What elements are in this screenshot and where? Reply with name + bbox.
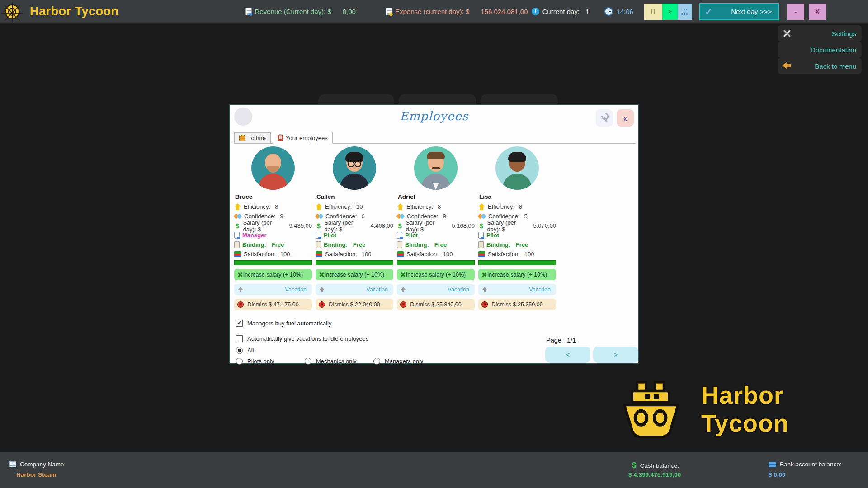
satisfaction-bar <box>234 260 312 265</box>
bank-balance-block: Bank account balance: <box>769 461 842 468</box>
filter-all-option[interactable]: All <box>236 347 254 354</box>
satisfaction-bar <box>478 260 556 265</box>
vacation-button[interactable]: Vacation <box>316 284 393 295</box>
efficiency-icon <box>316 203 322 210</box>
cash-balance-value: $ 4.399.475.919,00 <box>628 471 681 478</box>
dismiss-button[interactable]: Dismiss $ 25.840,00 <box>397 299 475 310</box>
employees-dialog: Employees x To hire Your employees <box>229 104 639 364</box>
dismiss-button[interactable]: Dismiss $ 25.350,00 <box>478 299 556 310</box>
role-value: Pilot <box>405 232 418 239</box>
role-icon <box>397 232 402 239</box>
dismiss-cost: 47.175,00 <box>274 301 299 308</box>
prev-page-button[interactable]: < <box>545 347 590 363</box>
salary-icon: $ <box>397 222 403 230</box>
raise-icon <box>319 272 324 277</box>
confidence-icon <box>397 213 404 220</box>
minimize-button[interactable]: - <box>787 4 804 20</box>
expense-doc-icon <box>386 8 392 15</box>
tools-icon <box>782 29 791 38</box>
salary-icon: $ <box>234 222 240 230</box>
next-day-button[interactable]: ✓ Next day >>> <box>699 3 779 20</box>
filter-mechanics-option[interactable]: Mechanics only <box>305 358 357 365</box>
satisfaction-bar <box>397 260 475 265</box>
brand-logo: Harbor Tycoon <box>619 375 868 443</box>
binding-icon <box>316 241 321 248</box>
company-name-value: Harbor Steam <box>16 471 57 478</box>
radio-unselected[interactable] <box>373 358 380 365</box>
filter-managers-option[interactable]: Managers only <box>373 358 423 365</box>
vacation-arrow-icon <box>320 287 324 292</box>
employee-cards: Bruce Efficiency:8 Confidence:9 $Salary … <box>234 146 556 310</box>
info-icon[interactable]: i <box>532 8 539 15</box>
play-button[interactable]: > <box>662 4 678 20</box>
tab-your-employees[interactable]: Your employees <box>273 132 333 144</box>
confidence-icon <box>316 213 323 220</box>
raise-icon <box>400 272 406 277</box>
next-page-button[interactable]: > <box>593 347 638 363</box>
dialog-settings-button[interactable] <box>596 109 613 127</box>
dialog-close-button[interactable]: x <box>617 109 634 127</box>
radio-selected[interactable] <box>236 347 243 354</box>
checkbox-checked[interactable] <box>236 320 243 327</box>
increase-salary-button[interactable]: Increase salary (+ 10%) <box>397 269 475 280</box>
vacation-button[interactable]: Vacation <box>478 284 556 295</box>
efficiency-icon <box>478 203 485 210</box>
tab-to-hire-label: To hire <box>248 135 266 141</box>
cash-icon: $ <box>632 461 636 470</box>
increase-salary-button[interactable]: Increase salary (+ 10%) <box>234 269 312 280</box>
expense-indicator: Expense (current day): $ 156.024.081,00 <box>386 8 528 15</box>
vacation-arrow-icon <box>238 287 243 292</box>
salary-value: 4.408,00 <box>370 222 393 229</box>
employee-name: Callen <box>316 193 393 200</box>
tab-to-hire[interactable]: To hire <box>234 132 271 143</box>
increase-salary-button[interactable]: Increase salary (+ 10%) <box>478 269 556 280</box>
vacation-arrow-icon <box>401 287 406 292</box>
window-close-button[interactable]: X <box>809 4 826 20</box>
filter-pilots-option[interactable]: Pilots only <box>236 358 274 365</box>
briefcase-icon <box>239 136 245 141</box>
dismiss-button[interactable]: Dismiss $ 22.040,00 <box>316 299 393 310</box>
dismiss-icon <box>481 301 488 308</box>
vacation-button[interactable]: Vacation <box>234 284 312 295</box>
radio-unselected[interactable] <box>236 358 243 365</box>
fast-forward-button[interactable]: >> >>> <box>678 4 692 20</box>
pause-button[interactable]: II <box>644 4 662 20</box>
satisfaction-icon <box>478 251 485 257</box>
employee-name: Lisa <box>479 193 556 200</box>
filter-all-label: All <box>247 347 254 354</box>
dismiss-icon <box>237 301 244 308</box>
page-indicator: Page1/1 <box>546 337 576 344</box>
checkbox-unchecked[interactable] <box>236 335 243 342</box>
top-bar: Harbor Tycoon Revenue (Current day): $ 0… <box>0 0 868 23</box>
satisfaction-value: 100 <box>443 251 453 258</box>
raise-icon <box>481 272 487 277</box>
satisfaction-bar <box>316 260 393 265</box>
increase-salary-button[interactable]: Increase salary (+ 10%) <box>316 269 393 280</box>
efficiency-value: 10 <box>356 203 363 210</box>
cash-balance-block: $ Cash balance: <box>632 461 679 470</box>
settings-button[interactable]: Settings <box>778 25 862 42</box>
efficiency-value: 8 <box>438 203 441 210</box>
efficiency-value: 8 <box>519 203 522 210</box>
role-value: Pilot <box>486 232 499 239</box>
efficiency-icon <box>397 203 404 210</box>
current-day-value: 1 <box>585 8 589 15</box>
managers-buy-fuel-option[interactable]: Managers buy fuel automatically <box>236 320 331 327</box>
documentation-button[interactable]: Documentation <box>778 42 862 58</box>
clock-icon <box>604 7 613 16</box>
employee-name: Adriel <box>398 193 475 200</box>
settings-label: Settings <box>832 30 856 38</box>
role-value: Manager <box>242 232 266 239</box>
dismiss-button[interactable]: Dismiss $ 47.175,00 <box>234 299 312 310</box>
back-to-menu-button[interactable]: Back to menu <box>778 58 862 74</box>
binding-value: Free <box>353 241 365 248</box>
revenue-value: 0,00 <box>343 8 356 15</box>
radio-unselected[interactable] <box>305 358 311 365</box>
vacation-button[interactable]: Vacation <box>397 284 475 295</box>
binding-value: Free <box>272 241 284 248</box>
auto-vacations-option[interactable]: Automatically give vacations to idle emp… <box>236 335 368 342</box>
salary-value: 5.168,00 <box>452 222 475 229</box>
confidence-icon <box>234 213 241 220</box>
company-name-block: Company Name <box>9 461 64 468</box>
fast-forward-bottom-label: >>> <box>681 12 689 16</box>
